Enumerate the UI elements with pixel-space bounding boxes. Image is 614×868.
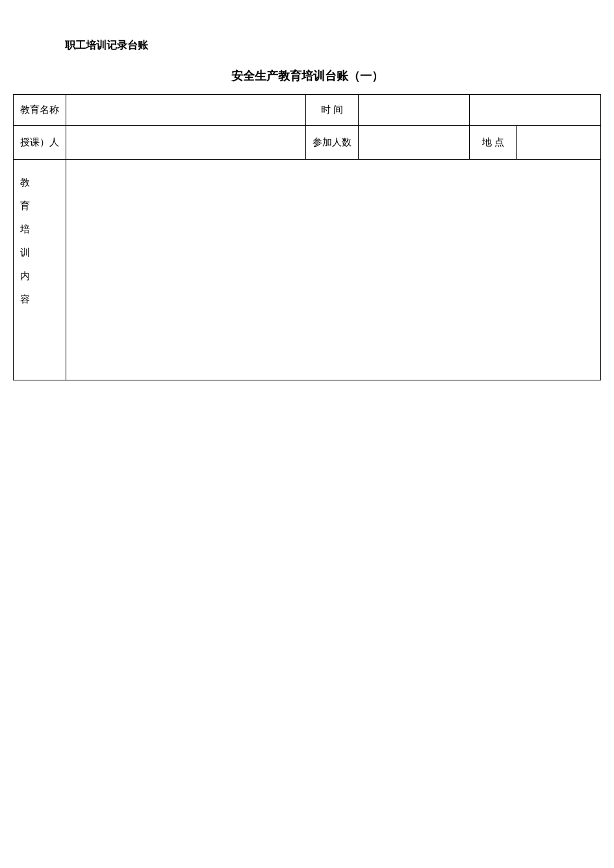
table-row-content: 教 育 培 训 内 容 <box>14 160 601 380</box>
value-shoukeren[interactable] <box>66 126 306 160</box>
value-canjiarenshu[interactable] <box>359 126 470 160</box>
form-title: 安全生产教育培训台账（一） <box>13 68 601 84</box>
table-row-2: 授课）人 参加人数 地 点 <box>14 126 601 160</box>
label-shijian: 时 间 <box>306 95 359 126</box>
value-shijian[interactable] <box>359 95 470 126</box>
label-didian: 地 点 <box>470 126 517 160</box>
doc-title: 职工培训记录台账 <box>65 39 601 53</box>
label-content: 教 育 培 训 内 容 <box>14 160 66 380</box>
form-table: 教育名称 时 间 授课）人 参加人数 <box>13 94 601 380</box>
label-jiaoyu-mingcheng: 教育名称 <box>14 95 66 126</box>
label-shoukerenm: 授课）人 <box>14 126 66 160</box>
label-canjiarenshu: 参加人数 <box>306 126 359 160</box>
value-jiaoyu-mingcheng[interactable] <box>66 95 306 126</box>
table-row-1: 教育名称 时 间 <box>14 95 601 126</box>
value-didian[interactable] <box>517 126 601 160</box>
page: 职工培训记录台账 安全生产教育培训台账（一） 教育名称 时 间 授课）人 <box>0 0 614 868</box>
value-content[interactable] <box>66 160 601 380</box>
